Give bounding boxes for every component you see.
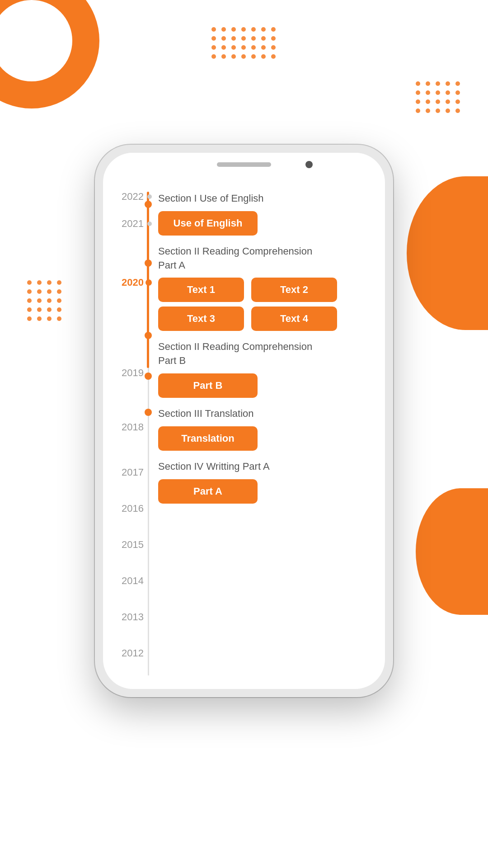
phone-screen-content: 2022202120202019201820172016201520142013…: [103, 176, 385, 689]
button-row: Text 1Text 2: [158, 278, 371, 302]
section-dot-0: [145, 201, 152, 208]
btn-text-3[interactable]: Text 3: [158, 307, 244, 331]
year-2013[interactable]: 2013: [122, 612, 144, 622]
section-label: Section IV Writting Part A: [158, 460, 371, 474]
btn-part-a[interactable]: Part A: [158, 479, 258, 504]
year-2017[interactable]: 2017: [122, 467, 144, 477]
section-section5: Section IV Writting Part APart A: [158, 460, 371, 504]
year-dot: [145, 279, 152, 286]
section-dot-1: [145, 259, 152, 267]
btn-part-b[interactable]: Part B: [158, 373, 258, 398]
year-2020[interactable]: 2020: [122, 278, 144, 288]
year-2022[interactable]: 2022: [122, 192, 144, 202]
phone-inner-screen: 2022202120202019201820172016201520142013…: [103, 153, 385, 689]
section-section2: Section II Reading Comprehension Part AT…: [158, 245, 371, 331]
page-headline: [0, 0, 488, 145]
year-2012[interactable]: 2012: [122, 648, 144, 658]
btn-translation[interactable]: Translation: [158, 426, 258, 451]
phone-camera: [305, 161, 313, 168]
phone-mockup: 2022202120202019201820172016201520142013…: [0, 145, 488, 733]
btn-text-2[interactable]: Text 2: [251, 278, 337, 302]
section-dot-4: [145, 409, 152, 416]
btn-use-of-english[interactable]: Use of English: [158, 211, 258, 236]
phone-body: 2022202120202019201820172016201520142013…: [117, 192, 371, 675]
section-section3: Section II Reading Comprehension Part BP…: [158, 340, 371, 398]
phone-notch: [103, 153, 385, 176]
year-2018[interactable]: 2018: [122, 422, 144, 432]
year-2016[interactable]: 2016: [122, 504, 144, 514]
year-dot: [147, 194, 152, 199]
button-row: Text 3Text 4: [158, 307, 371, 331]
section-label: Section II Reading Comprehension Part A: [158, 245, 371, 273]
year-2021[interactable]: 2021: [122, 219, 144, 229]
section-dot-2: [145, 332, 152, 339]
section-label: Section III Translation: [158, 407, 371, 421]
year-2015[interactable]: 2015: [122, 540, 144, 550]
section-label: Section I Use of English: [158, 192, 371, 206]
section-section1: Section I Use of EnglishUse of English: [158, 192, 371, 236]
section-label: Section II Reading Comprehension Part B: [158, 340, 371, 368]
phone-speaker: [217, 162, 271, 167]
sections-content: Section I Use of EnglishUse of EnglishSe…: [153, 192, 371, 675]
section-section4: Section III TranslationTranslation: [158, 407, 371, 451]
phone-outer-frame: 2022202120202019201820172016201520142013…: [95, 145, 393, 697]
year-2014[interactable]: 2014: [122, 576, 144, 586]
year-2019[interactable]: 2019: [122, 368, 144, 378]
year-dot: [147, 222, 152, 226]
timeline-sidebar: 2022202120202019201820172016201520142013…: [117, 192, 153, 675]
btn-text-1[interactable]: Text 1: [158, 278, 244, 302]
section-dot-3: [145, 373, 152, 380]
btn-text-4[interactable]: Text 4: [251, 307, 337, 331]
phone-header: [117, 176, 371, 184]
